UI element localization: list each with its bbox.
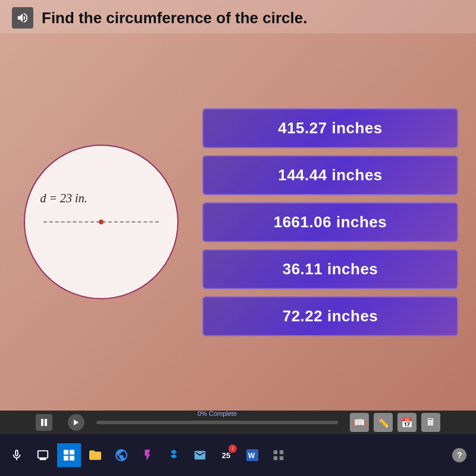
help-icon[interactable]: ? (447, 443, 471, 467)
progress-track: 0% Complete (96, 421, 338, 424)
question-title: Find the circumference of the circle. (42, 9, 307, 27)
answers-container: 415.27 inches 144.44 inches 1661.06 inch… (202, 108, 458, 336)
svg-rect-1 (45, 419, 47, 426)
svg-rect-4 (70, 450, 74, 455)
svg-text:?: ? (457, 450, 462, 460)
circle-diagram: d = 23 in. (24, 145, 178, 299)
book-icon[interactable]: 📖 (350, 413, 369, 432)
control-icons: 📖 ✏️ 📅 🖩 (350, 413, 440, 432)
progress-bar-area: 0% Complete 📖 ✏️ 📅 🖩 (0, 411, 476, 434)
svg-marker-2 (74, 419, 79, 425)
diameter-label: d = 23 in. (40, 192, 87, 205)
calendar-icon[interactable]: 📅 (397, 413, 416, 432)
grid-icon[interactable] (267, 443, 290, 467)
center-dot (99, 220, 104, 224)
monitor-icon[interactable] (31, 443, 55, 467)
calculator-icon[interactable]: 🖩 (421, 413, 440, 432)
notification-area[interactable]: 25 ! (214, 443, 238, 467)
answer-button-3[interactable]: 1661.06 inches (202, 202, 458, 242)
pencil-icon[interactable]: ✏️ (374, 413, 393, 432)
content-row: d = 23 in. 415.27 inches 144.44 inches 1… (0, 33, 476, 411)
lightning-icon[interactable] (136, 443, 159, 467)
answer-button-4[interactable]: 36.11 inches (202, 249, 458, 289)
mail-icon[interactable] (188, 443, 212, 467)
next-button[interactable] (68, 414, 84, 431)
dropbox-icon[interactable] (162, 443, 186, 467)
svg-rect-6 (70, 456, 74, 461)
header: Find the circumference of the circle. (0, 0, 476, 33)
file-explorer-icon[interactable] (83, 443, 107, 467)
microphone-icon[interactable] (5, 443, 29, 467)
svg-text:W: W (248, 452, 255, 460)
circle-container: d = 23 in. (18, 139, 184, 305)
svg-rect-5 (64, 456, 68, 461)
answer-button-1[interactable]: 415.27 inches (202, 108, 458, 148)
speaker-button[interactable] (12, 7, 33, 29)
answer-button-5[interactable]: 72.22 inches (202, 296, 458, 336)
main-area: Find the circumference of the circle. d … (0, 0, 476, 411)
word-icon[interactable]: W (240, 443, 264, 467)
progress-label: 0% Complete (198, 410, 237, 417)
edge-browser-icon[interactable] (109, 443, 133, 467)
notification-badge: ! (228, 444, 237, 453)
answer-button-2[interactable]: 144.44 inches (202, 155, 458, 195)
svg-rect-3 (64, 450, 68, 455)
svg-rect-0 (41, 419, 43, 426)
pause-button[interactable] (36, 414, 52, 431)
windows-start-button[interactable] (57, 443, 81, 467)
taskbar: 25 ! W ? (0, 434, 476, 476)
